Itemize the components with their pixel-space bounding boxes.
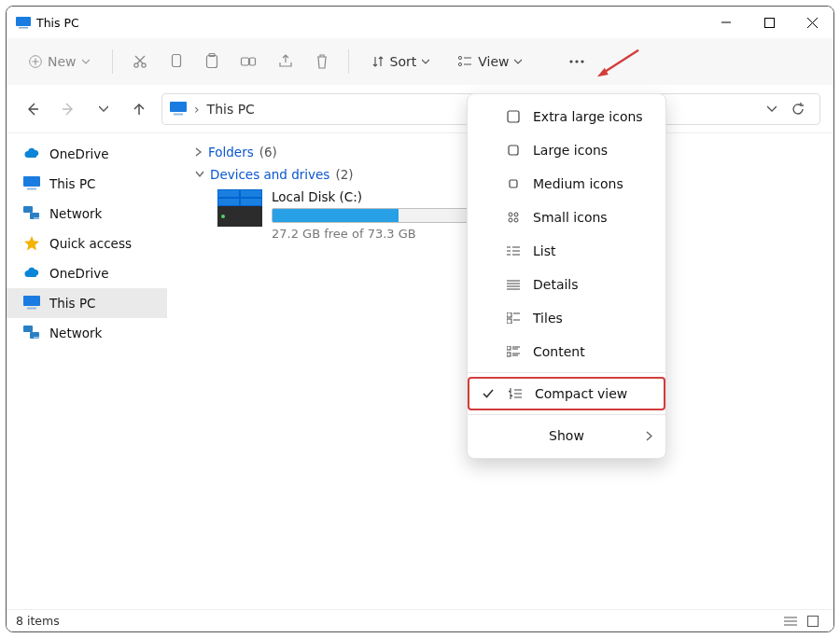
view-option-medium-icons[interactable]: Medium icons <box>468 167 665 201</box>
svg-rect-45 <box>508 111 519 122</box>
paste-icon <box>204 53 219 70</box>
svg-rect-29 <box>174 113 183 115</box>
sidebar-item-label: Network <box>49 326 102 340</box>
copy-icon <box>169 53 184 70</box>
divider <box>112 49 113 74</box>
svg-rect-16 <box>241 58 248 65</box>
svg-rect-38 <box>23 326 33 332</box>
group-folders-count: (6) <box>259 145 277 160</box>
paste-button[interactable] <box>199 45 225 78</box>
recent-button[interactable] <box>91 96 117 122</box>
sidebar-item-label: Quick access <box>49 236 132 251</box>
svg-rect-31 <box>27 188 36 190</box>
back-button[interactable] <box>20 96 46 122</box>
svg-rect-47 <box>510 180 517 187</box>
details-view-toggle[interactable] <box>779 616 802 627</box>
view-dropdown: Extra large iconsLarge iconsMedium icons… <box>467 93 666 459</box>
forward-button[interactable] <box>55 96 81 122</box>
svg-rect-40 <box>34 337 39 339</box>
up-button[interactable] <box>126 96 152 122</box>
sidebar-item-this-pc[interactable]: This PC <box>7 288 167 318</box>
status-item-count: 8 items <box>16 614 60 628</box>
svg-point-23 <box>576 60 579 62</box>
window-title: This PC <box>36 16 79 30</box>
menu-separator <box>468 372 665 373</box>
breadcrumb-location[interactable]: This PC <box>207 102 255 117</box>
minimize-button[interactable] <box>705 7 748 38</box>
view-option-content[interactable]: Content <box>468 335 665 368</box>
view-option-icon <box>505 144 522 157</box>
view-option-icon <box>505 245 522 257</box>
svg-rect-44 <box>808 616 819 626</box>
toolbar: New <box>7 38 833 85</box>
svg-rect-3 <box>764 18 774 27</box>
sort-button[interactable]: Sort <box>362 45 440 78</box>
sidebar-item-this-pc[interactable]: This PC <box>7 169 167 199</box>
group-drives-count: (2) <box>335 167 353 182</box>
rename-icon <box>240 53 257 70</box>
view-option-tiles[interactable]: Tiles <box>468 301 665 335</box>
view-submenu-show[interactable]: Show <box>468 419 665 452</box>
sidebar-item-network[interactable]: Network <box>7 199 167 229</box>
network-icon <box>23 206 40 221</box>
svg-rect-14 <box>206 56 217 68</box>
maximize-button[interactable] <box>748 7 791 38</box>
view-option-label: Compact view <box>535 386 627 401</box>
view-option-details[interactable]: Details <box>468 268 665 301</box>
new-button[interactable]: New <box>20 45 99 78</box>
chevron-down-icon <box>82 58 90 65</box>
svg-rect-36 <box>23 296 40 306</box>
view-option-label: Small icons <box>533 210 608 225</box>
sidebar-item-onedrive[interactable]: OneDrive <box>7 258 167 288</box>
view-option-list[interactable]: List <box>468 234 665 268</box>
view-option-label: Extra large icons <box>533 109 643 124</box>
refresh-button[interactable] <box>784 95 812 123</box>
svg-marker-76 <box>595 67 609 77</box>
sidebar-item-quick-access[interactable]: Quick access <box>7 229 167 258</box>
close-button[interactable] <box>791 7 833 38</box>
delete-button[interactable] <box>309 45 335 78</box>
chevron-right-icon <box>646 431 652 441</box>
check-icon <box>481 388 496 399</box>
view-option-small-icons[interactable]: Small icons <box>468 201 665 234</box>
share-button[interactable] <box>272 45 300 78</box>
cloud-icon <box>23 267 40 280</box>
chevron-down-icon <box>422 58 429 65</box>
copy-button[interactable] <box>163 45 189 78</box>
sidebar-item-onedrive[interactable]: OneDrive <box>7 139 167 169</box>
view-option-compact-view[interactable]: Compact view <box>468 377 665 410</box>
view-option-icon <box>505 110 522 123</box>
file-explorer-window: This PC New <box>6 6 834 632</box>
view-option-extra-large-icons[interactable]: Extra large icons <box>468 100 665 133</box>
svg-rect-34 <box>34 217 39 219</box>
svg-rect-46 <box>509 146 518 155</box>
chevron-down-icon <box>514 58 522 65</box>
sidebar: OneDriveThis PCNetworkQuick accessOneDri… <box>7 133 167 609</box>
group-drives-label: Devices and drives <box>210 167 329 182</box>
chevron-down-icon[interactable] <box>767 104 777 114</box>
sidebar-item-network[interactable]: Network <box>7 318 167 348</box>
sort-icon <box>371 55 385 68</box>
more-button[interactable] <box>563 45 591 78</box>
svg-point-10 <box>141 63 145 67</box>
view-option-large-icons[interactable]: Large icons <box>468 133 665 167</box>
plus-icon <box>29 55 42 68</box>
view-icon <box>457 55 472 68</box>
svg-rect-30 <box>23 176 40 187</box>
monitor-icon <box>23 296 40 311</box>
svg-rect-28 <box>170 102 187 112</box>
svg-rect-32 <box>23 206 33 213</box>
sidebar-item-label: This PC <box>49 176 95 191</box>
rename-button[interactable] <box>234 45 262 78</box>
svg-rect-62 <box>507 312 511 317</box>
view-option-label: Medium icons <box>533 176 623 191</box>
view-button[interactable]: View <box>448 45 531 78</box>
view-option-label: Details <box>533 277 579 292</box>
cut-button[interactable] <box>126 45 154 78</box>
sort-label: Sort <box>390 54 417 69</box>
sidebar-item-label: OneDrive <box>49 146 108 161</box>
cloud-icon <box>23 147 40 160</box>
network-icon <box>23 326 40 340</box>
svg-marker-35 <box>24 236 39 250</box>
thumb-view-toggle[interactable] <box>802 616 824 627</box>
